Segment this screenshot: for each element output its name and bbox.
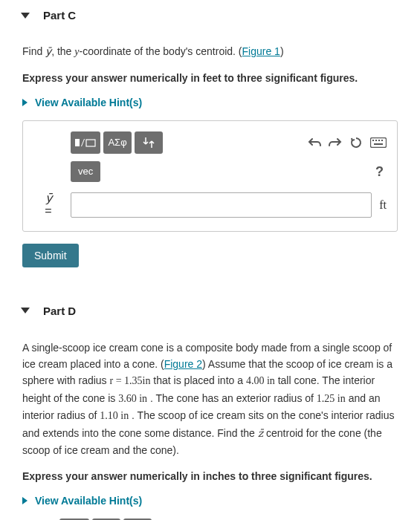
svg-rect-0 (75, 139, 80, 146)
ybar-label: ȳ (33, 192, 63, 204)
interior-radius-value: 1.10 in (100, 410, 129, 421)
prompt-text: ) (280, 45, 284, 57)
svg-rect-2 (371, 137, 387, 147)
greek-button[interactable]: ΑΣφ (103, 131, 132, 154)
variable-label: ȳ = (33, 192, 63, 218)
prompt-var: ȳ (45, 46, 51, 57)
equals-label: = (33, 204, 63, 218)
part-d-instruction: Express your answer numerically in inche… (22, 469, 398, 484)
keyboard-icon[interactable] (370, 137, 387, 148)
svg-rect-5 (378, 140, 380, 141)
svg-rect-6 (381, 140, 383, 141)
prompt-text: that is placed into a (150, 374, 245, 386)
svg-rect-4 (375, 140, 377, 141)
part-c-title: Part C (43, 9, 76, 22)
help-button[interactable]: ? (375, 164, 384, 180)
answer-area: ΑΣφ vec (22, 120, 398, 232)
templates-button[interactable] (71, 131, 100, 154)
part-d-prompt: A single-scoop ice cream cone is a compo… (22, 339, 398, 459)
hints-label-d: View Available Hint(s) (35, 495, 142, 507)
part-c-header[interactable]: Part C (15, 0, 405, 30)
exterior-radius-value: 1.25 in (317, 393, 346, 404)
part-d-header[interactable]: Part D (15, 296, 405, 326)
undo-icon[interactable] (308, 137, 321, 149)
r-value: r = 1.35in (110, 375, 151, 386)
prompt-text: . The cone has an exterior radius of (147, 392, 317, 404)
figure-2-link[interactable]: Figure 2 (164, 358, 202, 370)
part-d-title: Part D (43, 305, 76, 317)
height-value: 4.00 in (246, 375, 275, 386)
prompt-text: -coordinate of the body's centroid. ( (79, 45, 242, 57)
submit-button[interactable]: Submit (22, 244, 79, 267)
prompt-text: Find (22, 45, 45, 57)
vec-button[interactable]: vec (71, 161, 100, 182)
interior-height-value: 3.60 in (118, 393, 147, 404)
figure-1-link[interactable]: Figure 1 (242, 45, 280, 57)
svg-rect-7 (374, 143, 383, 145)
answer-input[interactable] (71, 192, 372, 218)
svg-rect-3 (372, 140, 374, 141)
subscript-button[interactable] (135, 131, 163, 154)
caret-right-icon (22, 99, 28, 106)
reset-icon[interactable] (349, 136, 363, 149)
hints-label: View Available Hint(s) (35, 97, 142, 108)
caret-right-icon (22, 497, 28, 504)
view-hints-button[interactable]: View Available Hint(s) (22, 97, 398, 108)
prompt-text: , the (51, 45, 74, 57)
svg-rect-1 (86, 140, 95, 146)
part-c-instruction: Express your answer numerically in feet … (22, 71, 398, 86)
view-hints-button-d[interactable]: View Available Hint(s) (22, 495, 398, 507)
part-c-prompt: Find ȳ, the y-coordinate of the body's c… (22, 44, 398, 60)
redo-icon[interactable] (329, 137, 342, 149)
caret-down-icon (21, 13, 30, 19)
caret-down-icon (21, 308, 30, 313)
unit-label: ft (379, 198, 387, 212)
